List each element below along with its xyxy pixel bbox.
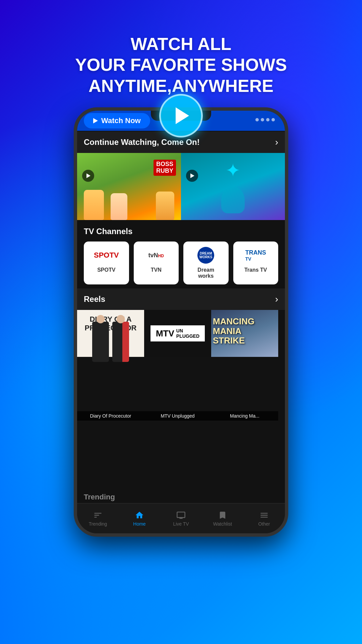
transtv-logo: TRANSTV [242, 247, 269, 264]
reel-card-diary[interactable]: DIARY OF APROSECUTOR Diary Of Procecutor [77, 310, 144, 424]
spotv-logo: SPOTV [93, 247, 120, 264]
trending-icon [93, 511, 103, 520]
mtv-thumbnail: MTV UNPLUGGED [144, 310, 211, 357]
boss-baby-play-btn[interactable] [82, 170, 94, 182]
mtv-title: MTV Unplugged [161, 413, 194, 419]
diary-title: Diary Of Procecutor [90, 413, 131, 419]
livetv-nav-label: Live TV [173, 521, 189, 527]
heroic-thumbnail: ✦ [181, 153, 285, 220]
hero-text: WATCH ALL YOUR FAVORITE SHOWS ANYTIME,AN… [0, 34, 362, 96]
channel-card-tvn[interactable]: tvNHD TVN [134, 241, 179, 284]
watch-now-button[interactable]: Watch Now [84, 113, 150, 128]
indicator-dot-1 [255, 118, 259, 121]
play-icon [93, 118, 98, 123]
reels-arrow[interactable]: › [275, 294, 278, 305]
spotv-name: SPOTV [97, 267, 115, 273]
hero-line1: WATCH ALL [0, 34, 362, 54]
other-nav-label: Other [258, 521, 270, 527]
indicator-dot-2 [261, 118, 264, 121]
phone-frame: Watch Now Continue Watching, Come On! › … [74, 107, 288, 537]
dreamworks-logo: DREAMWORKS [192, 247, 219, 264]
channel-card-dreamworks[interactable]: DREAMWORKS Dream works [183, 241, 229, 284]
mancing-thumbnail: MANCINGMANIASTRIKE [211, 310, 278, 357]
reel-card-mtv[interactable]: MTV UNPLUGGED MTV Unplugged [144, 310, 211, 424]
hero-line2: YOUR FAVORITE SHOWS [0, 54, 362, 75]
diary-label: Diary Of Procecutor [77, 411, 144, 421]
hero-line3: ANYTIME,ANYWHERE [0, 75, 362, 96]
continue-watching-card-1[interactable]: BOSSRUBY The Boss Baby Back In Business … [77, 153, 181, 220]
trending-nav-label: Trending [89, 521, 107, 527]
tvn-name: TVN [151, 267, 162, 273]
continue-watching-arrow[interactable]: › [275, 137, 278, 148]
channel-card-transtv[interactable]: TRANSTV Trans TV [233, 241, 279, 284]
tv-channels-title: TV Channels [84, 227, 278, 236]
boss-baby-thumbnail: BOSSRUBY [77, 153, 181, 220]
play-button-hero[interactable] [159, 94, 203, 138]
watchlist-nav-label: Watchlist [213, 521, 232, 527]
channel-card-spotv[interactable]: SPOTV SPOTV [84, 241, 129, 284]
mtv-label: MTV Unplugged [144, 411, 211, 421]
boss-ruby-logo: BOSSRUBY [154, 160, 176, 176]
figure-1 [92, 322, 109, 362]
reels-cards-row: DIARY OF APROSECUTOR Diary Of Procecutor [77, 310, 285, 424]
tv-icon [176, 511, 186, 520]
indicator-dot-3 [266, 118, 269, 121]
nav-item-livetv[interactable]: Live TV [160, 511, 202, 527]
mancing-title: Mancing Ma... [230, 413, 259, 419]
phone-status-indicators [255, 118, 275, 121]
reels-section: Reels › DIARY OF APROSECUTOR [77, 288, 285, 424]
nav-item-other[interactable]: Other [243, 511, 285, 527]
continue-watching-title: Continue Watching, Come On! [84, 138, 200, 147]
menu-icon [259, 511, 269, 520]
phone-screen: Watch Now Continue Watching, Come On! › … [77, 111, 285, 533]
unplugged-text: UNPLUGGED [176, 328, 199, 339]
mancing-show-title: MANCINGMANIASTRIKE [213, 317, 254, 345]
diary-show-title: DIARY OF APROSECUTOR [80, 315, 141, 333]
home-icon [135, 511, 144, 520]
mtv-logo-box: MTV UNPLUGGED [150, 325, 205, 341]
phone-mockup: Watch Now Continue Watching, Come On! › … [74, 107, 288, 537]
continue-watching-card-2[interactable]: ✦ The Heroic Kids Kids [181, 153, 285, 220]
indicator-dot-4 [272, 118, 275, 121]
tvn-logo: tvNHD [143, 247, 170, 264]
reels-title: Reels [84, 294, 105, 304]
transtv-name: Trans TV [244, 267, 267, 273]
nav-item-home[interactable]: Home [119, 511, 160, 527]
dreamworks-name: Dream works [197, 267, 214, 279]
figure-2 [112, 322, 129, 362]
heroic-play-btn[interactable] [186, 170, 198, 182]
bottom-nav: Trending Home Live TV [77, 503, 285, 533]
tv-channels-section: TV Channels SPOTV SPOTV tvNHD TV [77, 220, 285, 288]
reels-header[interactable]: Reels › [77, 288, 285, 310]
mancing-label: Mancing Ma... [211, 411, 278, 421]
home-nav-label: Home [133, 521, 145, 527]
trending-text: Trending [84, 493, 115, 501]
continue-watching-row: BOSSRUBY The Boss Baby Back In Business … [77, 153, 285, 220]
reel-card-mancing[interactable]: MANCINGMANIASTRIKE Mancing Ma... [211, 310, 278, 424]
mtv-text: MTV [156, 328, 174, 339]
nav-item-watchlist[interactable]: Watchlist [202, 511, 243, 527]
watch-now-label: Watch Now [101, 116, 141, 125]
bookmark-icon [218, 511, 227, 520]
channels-grid: SPOTV SPOTV tvNHD TVN [84, 241, 278, 284]
nav-item-trending[interactable]: Trending [77, 511, 119, 527]
diary-thumbnail: DIARY OF APROSECUTOR [77, 310, 144, 357]
